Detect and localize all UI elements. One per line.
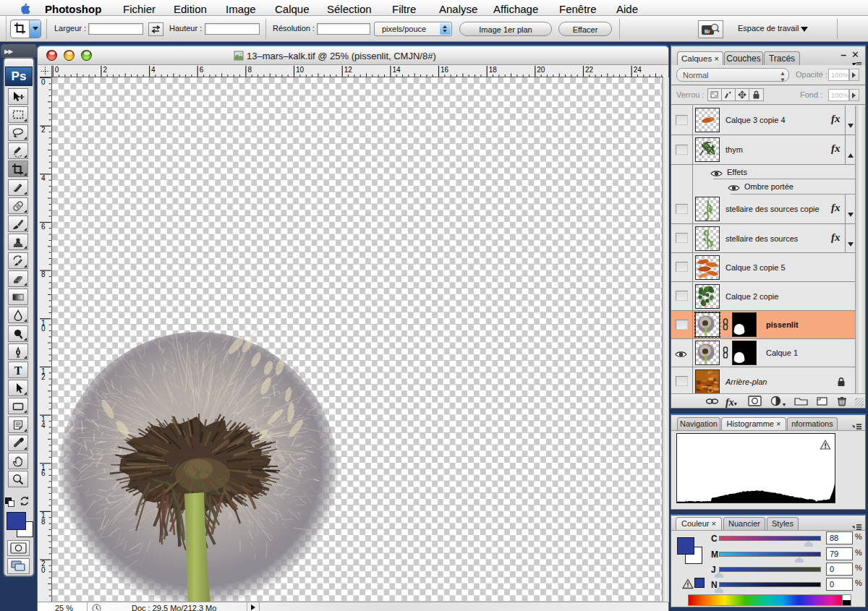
svg-text:2: 2: [41, 373, 46, 381]
svg-text:2: 2: [103, 66, 107, 74]
svg-text:4: 4: [41, 422, 46, 430]
svg-text:6: 6: [199, 66, 203, 74]
svg-text:0: 0: [41, 78, 46, 86]
svg-text:8: 8: [41, 518, 46, 526]
svg-text:4: 4: [41, 174, 46, 182]
svg-text:16: 16: [441, 66, 449, 74]
svg-text:0: 0: [41, 566, 46, 574]
svg-text:0: 0: [41, 325, 46, 333]
svg-text:Br: Br: [705, 29, 710, 34]
svg-text:8: 8: [41, 270, 46, 278]
svg-text:4: 4: [151, 66, 156, 74]
svg-text:22: 22: [585, 66, 594, 74]
svg-text:8: 8: [247, 66, 252, 74]
svg-text:12: 12: [344, 66, 352, 74]
svg-text:14: 14: [392, 66, 401, 74]
svg-text:20: 20: [537, 66, 545, 74]
svg-text:6: 6: [41, 469, 46, 477]
svg-text:18: 18: [488, 66, 497, 74]
svg-text:6: 6: [41, 223, 46, 231]
svg-text:10: 10: [296, 66, 305, 74]
svg-text:24: 24: [633, 66, 642, 74]
svg-text:T: T: [14, 364, 22, 377]
svg-text:0: 0: [54, 66, 59, 74]
svg-text:2: 2: [41, 126, 46, 134]
